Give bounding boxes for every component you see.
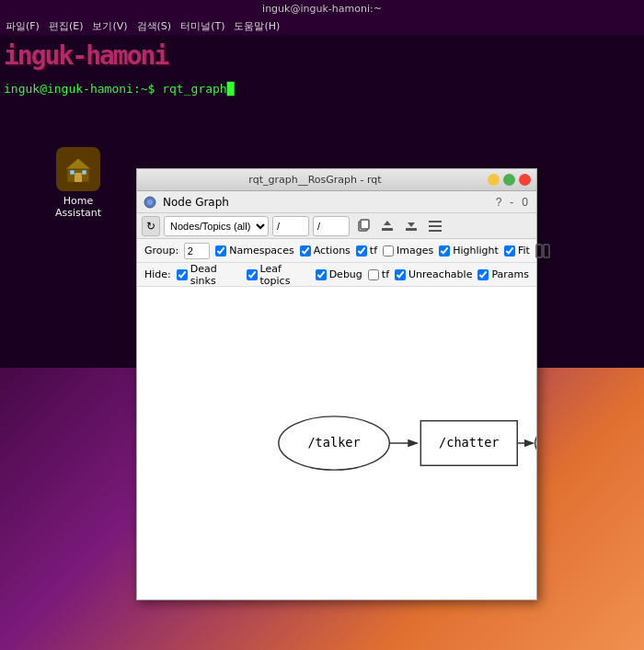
refresh-button[interactable]: ↻: [142, 216, 160, 236]
svg-rect-9: [382, 228, 393, 231]
node-talker-label: /talker: [307, 435, 360, 450]
menu-view[interactable]: 보기(V): [92, 19, 127, 33]
node-graph-plugin-title: Node Graph: [163, 196, 229, 209]
debug-checkbox-group: Debug: [316, 268, 362, 280]
rqt-window-title: rqt_graph__RosGraph - rqt: [143, 174, 488, 186]
svg-rect-8: [361, 220, 369, 229]
leaf-topics-checkbox-group: Leaf topics: [247, 263, 310, 287]
svg-rect-14: [429, 225, 442, 227]
actions-checkbox[interactable]: [300, 245, 311, 257]
topic-input[interactable]: [313, 216, 350, 236]
panel-layout-button[interactable]: [535, 241, 550, 261]
dead-sinks-checkbox[interactable]: [177, 269, 188, 280]
menu-file[interactable]: 파일(F): [6, 19, 40, 33]
rqt-graph-window: rqt_graph__RosGraph - rqt Node Graph ? -…: [136, 168, 537, 600]
copy-button[interactable]: [353, 216, 374, 236]
terminal-prompt: inguk@inguk-hamoni:~$ rqt_graph█: [0, 78, 644, 99]
namespace-input[interactable]: [272, 216, 309, 236]
svg-marker-10: [384, 221, 391, 225]
node-graph-plugin-icon: [143, 195, 157, 210]
plugin-dash-button[interactable]: -: [507, 195, 516, 210]
home-assistant-icon-img: [56, 147, 100, 191]
window-controls: [488, 174, 531, 186]
desktop: inguk@inguk-hamoni:~ 파일(F) 편집(E) 보기(V) 검…: [0, 0, 644, 650]
leaf-topics-label: Leaf topics: [260, 263, 310, 287]
graph-area[interactable]: /talker /chatter /listener: [137, 287, 536, 599]
unreachable-label: Unreachable: [408, 268, 472, 280]
svg-rect-4: [82, 170, 86, 175]
namespaces-checkbox-group: Namespaces: [215, 245, 293, 257]
export-button[interactable]: [377, 216, 397, 236]
leaf-topics-checkbox[interactable]: [247, 269, 258, 280]
group-spinner: [184, 243, 210, 259]
tf2-label: tf: [382, 268, 389, 280]
svg-rect-16: [536, 245, 542, 257]
svg-rect-11: [406, 228, 417, 231]
params-checkbox[interactable]: [477, 269, 489, 280]
images-label: Images: [397, 245, 433, 257]
tf2-checkbox-group: tf: [368, 268, 389, 280]
terminal-banner: inguk-hamoni: [0, 35, 644, 78]
actions-label: Actions: [314, 245, 351, 257]
nodes-topics-dropdown[interactable]: Nodes/Topics (all) Nodes only Topics onl…: [164, 216, 269, 236]
options-row-2: Hide: Dead sinks Leaf topics Debug tf Un…: [137, 263, 536, 287]
menu-terminal[interactable]: 터미널(T): [180, 19, 224, 33]
images-checkbox-group: Images: [383, 245, 433, 257]
unreachable-checkbox[interactable]: [395, 269, 406, 280]
svg-marker-12: [408, 222, 415, 227]
namespaces-checkbox[interactable]: [215, 245, 226, 257]
images-checkbox[interactable]: [383, 245, 394, 257]
plugin-help-button[interactable]: ?: [493, 195, 505, 210]
node-graph-header: Node Graph ? - 0: [137, 191, 536, 213]
highlight-checkbox-group: Highlight: [439, 245, 499, 257]
menu-search[interactable]: 검색(S): [137, 19, 172, 33]
menu-edit[interactable]: 편집(E): [49, 19, 84, 33]
import-button[interactable]: [401, 216, 421, 236]
namespaces-label: Namespaces: [229, 245, 293, 257]
unreachable-checkbox-group: Unreachable: [395, 268, 472, 280]
close-button[interactable]: [519, 174, 531, 186]
params-label: Params: [491, 268, 529, 280]
fit-checkbox[interactable]: [504, 245, 515, 257]
node-chatter-label: /chatter: [439, 435, 499, 450]
svg-point-6: [147, 200, 153, 205]
group-label: Group:: [144, 245, 178, 257]
svg-marker-1: [65, 158, 91, 169]
svg-rect-2: [75, 173, 82, 182]
svg-rect-15: [429, 230, 442, 232]
rqt-titlebar: rqt_graph__RosGraph - rqt: [137, 169, 536, 191]
terminal-titlebar: inguk@inguk-hamoni:~: [0, 0, 644, 17]
hide-label: Hide:: [144, 268, 171, 280]
debug-checkbox[interactable]: [316, 269, 327, 280]
node-listener[interactable]: [535, 416, 536, 470]
minimize-button[interactable]: [488, 174, 500, 186]
highlight-label: Highlight: [453, 245, 499, 257]
maximize-button[interactable]: [503, 174, 515, 186]
tf-checkbox-group: tf: [356, 245, 377, 257]
svg-rect-17: [544, 245, 549, 257]
svg-rect-13: [429, 221, 442, 222]
tf-label: tf: [370, 245, 377, 257]
dead-sinks-label: Dead sinks: [190, 263, 241, 287]
desktop-icon-label: Home Assistant: [46, 195, 110, 219]
menu-help[interactable]: 도움말(H): [234, 19, 280, 33]
svg-rect-3: [70, 170, 75, 175]
terminal-menu: 파일(F) 편집(E) 보기(V) 검색(S) 터미널(T) 도움말(H): [0, 17, 644, 35]
fit-label: Fit: [518, 245, 530, 257]
params-checkbox-group: Params: [477, 268, 529, 280]
dead-sinks-checkbox-group: Dead sinks: [177, 263, 241, 287]
group-input[interactable]: [184, 243, 210, 259]
home-assistant-icon[interactable]: Home Assistant: [46, 147, 110, 219]
debug-label: Debug: [329, 268, 362, 280]
highlight-checkbox[interactable]: [439, 245, 450, 257]
options-row-1: Group: Namespaces Actions tf Images: [137, 239, 536, 263]
fit-checkbox-group: Fit: [504, 245, 530, 257]
tf-checkbox[interactable]: [356, 245, 367, 257]
graph-svg: /talker /chatter /listener: [137, 287, 536, 599]
plugin-bar-right: ? - 0: [493, 195, 531, 210]
tf2-checkbox[interactable]: [368, 269, 379, 280]
plugin-zero-button[interactable]: 0: [519, 195, 531, 210]
settings-button[interactable]: [425, 216, 445, 236]
rqt-toolbar: ↻ Nodes/Topics (all) Nodes only Topics o…: [137, 213, 536, 239]
actions-checkbox-group: Actions: [300, 245, 351, 257]
